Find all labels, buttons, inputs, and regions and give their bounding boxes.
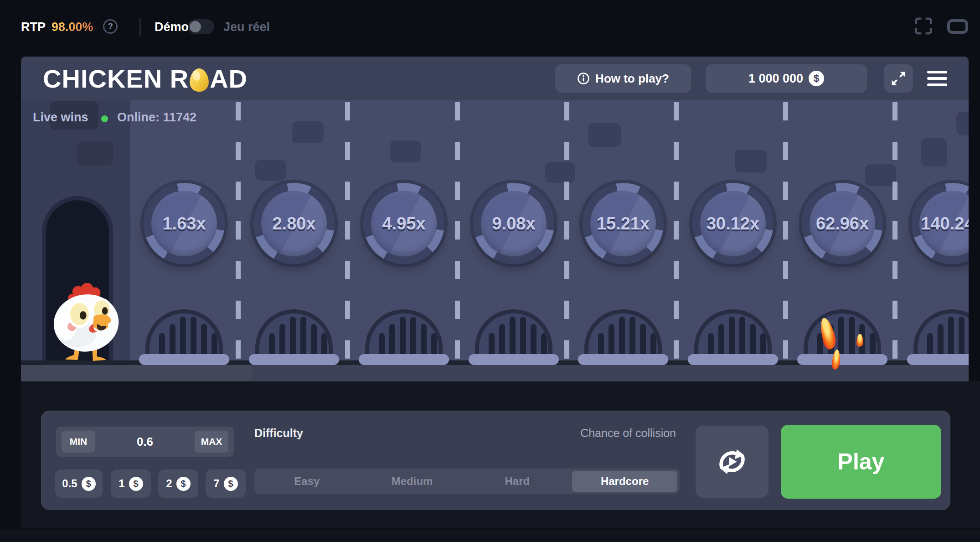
multiplier-value: 62.96x [816, 214, 869, 234]
max-bet-button[interactable]: MAX [195, 431, 228, 453]
multiplier-value: 2.80x [272, 214, 315, 234]
bet-amount-box: 0.6 MIN MAX [56, 427, 234, 457]
live-wins-label[interactable]: Live wins [33, 110, 88, 125]
logo-text-right: AD [210, 64, 248, 94]
expand-arrows-icon [890, 70, 907, 87]
demo-real-toggle[interactable] [188, 19, 214, 34]
demo-label: Démo [155, 20, 189, 34]
multiplier-target[interactable]: 9.08x [473, 183, 554, 264]
quick-bet-amount: 2 [166, 477, 172, 490]
difficulty-easy[interactable]: Easy [254, 469, 360, 494]
multiplier-target[interactable]: 4.95x [363, 183, 444, 264]
auto-play-icon [713, 443, 751, 480]
menu-button[interactable] [927, 68, 949, 89]
drain-grate [145, 309, 223, 355]
drain-grate [694, 309, 772, 355]
fullscreen-icon[interactable] [914, 16, 933, 37]
curb-sidewalk [21, 365, 252, 381]
multiplier-target[interactable]: 140.24x [912, 183, 969, 264]
multiplier-face: 4.95x [371, 191, 437, 256]
expand-button[interactable] [884, 64, 913, 93]
drain-grate [584, 309, 662, 355]
multiplier-target[interactable]: 1.63x [144, 183, 225, 264]
drain-grate [365, 309, 443, 355]
dollar-coin-icon: $ [809, 71, 824, 86]
difficulty-label: Difficulty [254, 427, 303, 440]
drain-grate [475, 309, 552, 355]
dollar-coin-icon: $ [224, 477, 238, 491]
menu-bar [927, 83, 947, 86]
lane-divider [783, 102, 788, 360]
multiplier-face: 15.21x [590, 191, 656, 256]
play-button[interactable]: Play [781, 425, 941, 499]
chicken-character [44, 281, 133, 361]
road-patch [588, 123, 621, 147]
dollar-coin-icon: $ [82, 477, 96, 491]
grate-sill [359, 354, 449, 365]
multiplier-target[interactable]: 2.80x [253, 183, 335, 264]
difficulty-medium[interactable]: Medium [360, 469, 465, 494]
road-patch [255, 160, 286, 181]
road-patch [545, 162, 575, 183]
toggle-knob[interactable] [190, 21, 201, 32]
quick-bet-2-button[interactable]: 2 $ [158, 469, 198, 498]
bottom-strip [0, 529, 980, 542]
multiplier-value: 1.63x [162, 214, 206, 234]
game-frame: CHICKEN R AD How to play? 1 000 00 [21, 57, 969, 381]
playfield: Live wins Online: 11742 1.63x 2.80x 4.95… [21, 100, 969, 381]
drain-grate [255, 309, 333, 355]
road-patch [956, 112, 969, 136]
balance-value: 1 000 000 [748, 72, 803, 86]
quick-bet-1-button[interactable]: 1 $ [111, 469, 151, 498]
min-bet-button[interactable]: MIN [62, 431, 95, 453]
chicken-road-logo: CHICKEN R AD [43, 64, 248, 94]
grate-sill [907, 354, 969, 365]
grate-sill [797, 354, 887, 365]
multiplier-value: 4.95x [382, 214, 425, 234]
lane-divider [455, 102, 460, 360]
grate-sill [578, 354, 668, 365]
topbar-divider [139, 18, 141, 36]
multiplier-target[interactable]: 30.12x [692, 183, 774, 264]
control-panel: 0.6 MIN MAX 0.5 $ 1 $ 2 $ 7 $ Difficulty… [41, 411, 950, 510]
balance-display: 1 000 000 $ [706, 64, 867, 93]
chance-of-collision-label: Chance of collision [494, 427, 676, 440]
drain-grate [913, 309, 969, 355]
multiplier-value: 15.21x [597, 214, 650, 234]
dollar-coin-icon: $ [176, 477, 191, 491]
lane-divider [892, 102, 897, 360]
drain-grate-on-fire [804, 309, 881, 355]
road-patch [921, 138, 947, 167]
grate-sill [249, 354, 339, 365]
how-to-play-button[interactable]: How to play? [555, 64, 691, 93]
online-count-label: Online: 11742 [117, 110, 196, 125]
auto-play-button[interactable] [696, 426, 769, 498]
online-status-dot [101, 115, 108, 122]
menu-bar [927, 77, 947, 80]
multiplier-face: 1.63x [151, 191, 217, 256]
rtp-help-icon[interactable]: ? [103, 19, 118, 34]
lane-divider [674, 102, 679, 360]
difficulty-hardcore[interactable]: Hardcore [572, 471, 677, 492]
difficulty-hard[interactable]: Hard [465, 469, 570, 494]
how-to-play-label: How to play? [595, 72, 669, 86]
quick-bet-amount: 7 [213, 477, 219, 490]
rtp-label: RTP [21, 20, 46, 34]
multiplier-face: 9.08x [481, 191, 547, 256]
road-patch [390, 141, 421, 162]
road-patch [865, 164, 896, 186]
theater-mode-icon[interactable] [947, 19, 968, 36]
quick-bet-0.5-button[interactable]: 0.5 $ [55, 469, 103, 498]
lane-divider [236, 102, 241, 360]
grate-sill [688, 354, 778, 365]
multiplier-face: 2.80x [261, 191, 327, 256]
multiplier-target[interactable]: 62.96x [802, 183, 883, 264]
multiplier-target[interactable]: 15.21x [583, 183, 664, 264]
lane-divider [345, 102, 350, 360]
quick-bet-amount: 0.5 [62, 477, 77, 490]
grate-sill [139, 354, 229, 365]
quick-bet-amount: 1 [119, 477, 124, 490]
golden-egg-icon [188, 67, 210, 93]
rtp-value: 98.00% [52, 20, 93, 34]
quick-bet-7-button[interactable]: 7 $ [206, 469, 246, 498]
